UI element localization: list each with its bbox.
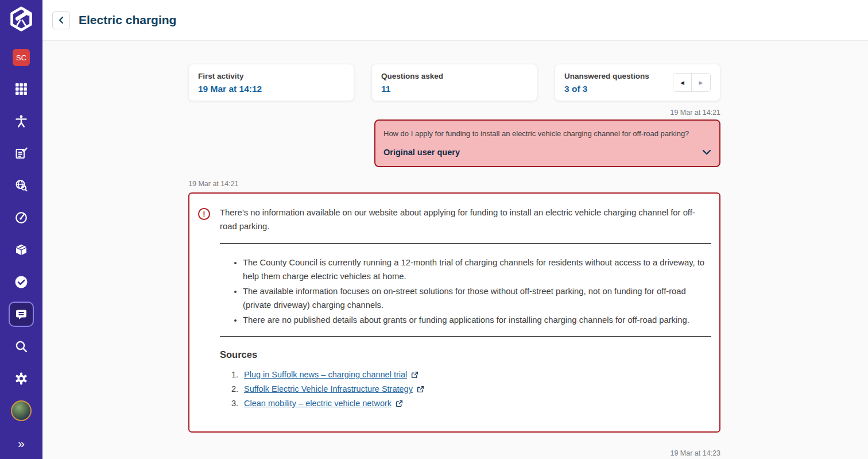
- answer-bullet: The County Council is currently running …: [243, 256, 711, 283]
- sidebar-item-check-circle[interactable]: [0, 266, 42, 298]
- warning-icon: !: [198, 208, 210, 220]
- double-chevron-right-icon: »: [18, 437, 25, 449]
- content-area: First activity 19 Mar at 14:12 Questions…: [42, 41, 868, 459]
- original-query-toggle[interactable]: Original user query: [383, 148, 711, 157]
- sidebar-item-gauge[interactable]: [0, 202, 42, 234]
- sidebar-item-settings[interactable]: [0, 362, 42, 395]
- external-link-icon: [417, 385, 424, 393]
- source-number: 3.: [231, 399, 244, 408]
- apps-grid-icon: [16, 83, 27, 95]
- search-icon: [14, 340, 28, 353]
- gear-icon: [14, 372, 28, 385]
- answer-intro-text: There’s no information available on our …: [220, 206, 711, 234]
- source-number: 2.: [231, 384, 244, 394]
- triangle-left-icon: ◀: [680, 80, 684, 86]
- source-item: 3. Clean mobility – electric vehicle net…: [231, 399, 711, 408]
- chat-icon: [14, 307, 28, 321]
- pager-prev-button[interactable]: ◀: [673, 74, 692, 91]
- answer-bullet: The available information focuses on on-…: [243, 284, 711, 312]
- user-query-card: How do I apply for funding to install an…: [374, 119, 720, 167]
- answer-card: ! There’s no information available on ou…: [188, 192, 720, 433]
- sidebar-item-form-check[interactable]: [0, 137, 42, 169]
- divider: [220, 336, 711, 337]
- chevron-left-icon: [57, 16, 65, 24]
- sidebar: SC: [0, 0, 42, 459]
- answer-timestamp: 19 Mar at 14:21: [188, 180, 720, 188]
- web-search-icon: [14, 179, 28, 192]
- external-link-icon: [411, 371, 418, 379]
- stat-card-first-activity: First activity 19 Mar at 14:12: [188, 64, 354, 101]
- stat-value: 11: [381, 84, 443, 94]
- form-check-icon: [14, 146, 28, 160]
- divider: [220, 243, 711, 244]
- answer-bullet: There are no published details about gra…: [243, 313, 711, 327]
- sidebar-item-accessibility[interactable]: [0, 105, 42, 137]
- stat-label: Unanswered questions: [564, 72, 649, 80]
- source-item: 2. Suffolk Electric Vehicle Infrastructu…: [231, 384, 711, 394]
- sources-list: 1. Plug in Suffolk news – charging chann…: [198, 370, 711, 408]
- original-query-label: Original user query: [383, 148, 460, 157]
- chat-selected-highlight: [9, 302, 34, 327]
- source-link[interactable]: Plug in Suffolk news – charging channel …: [244, 370, 407, 379]
- sidebar-item-web-search[interactable]: [0, 169, 42, 202]
- stats-row: First activity 19 Mar at 14:12 Questions…: [188, 64, 720, 101]
- sources-heading: Sources: [220, 349, 711, 360]
- unanswered-pager: ◀ ▶: [673, 73, 711, 92]
- source-item: 1. Plug in Suffolk news – charging chann…: [231, 370, 711, 379]
- sidebar-expand-button[interactable]: »: [0, 427, 42, 459]
- workspace-badge[interactable]: SC: [13, 49, 30, 66]
- sidebar-nav: »: [0, 73, 42, 459]
- stat-value: 19 Mar at 14:12: [198, 84, 262, 94]
- question-timestamp: 19 Mar at 14:21: [188, 109, 720, 117]
- answer-intro-row: ! There’s no information available on ou…: [198, 206, 711, 234]
- source-link[interactable]: Suffolk Electric Vehicle Infrastructure …: [244, 384, 413, 394]
- source-link[interactable]: Clean mobility – electric vehicle networ…: [244, 399, 392, 408]
- gauge-icon: [14, 211, 28, 225]
- chevron-down-icon: [702, 149, 711, 155]
- stat-label: First activity: [198, 72, 262, 80]
- page-header: Electric charging: [42, 0, 868, 41]
- user-query-text: How do I apply for funding to install an…: [383, 129, 711, 138]
- accessibility-icon: [14, 114, 28, 128]
- sidebar-item-package[interactable]: [0, 234, 42, 266]
- sidebar-item-apps[interactable]: [0, 73, 42, 105]
- external-link-icon: [396, 400, 403, 407]
- telescope-logo-icon: [9, 6, 34, 32]
- stat-card-unanswered-questions: Unanswered questions 3 of 3 ◀ ▶: [555, 64, 720, 101]
- answer-bullet-list: The County Council is currently running …: [198, 256, 711, 327]
- back-button[interactable]: [52, 11, 70, 29]
- sidebar-item-chat[interactable]: [0, 298, 42, 330]
- next-message-timestamp: 19 Mar at 14:23: [188, 449, 720, 457]
- user-avatar: [11, 400, 32, 421]
- sidebar-item-search[interactable]: [0, 330, 42, 362]
- page-title: Electric charging: [79, 13, 176, 27]
- source-number: 1.: [231, 370, 244, 379]
- package-icon: [14, 243, 28, 257]
- stat-card-questions-asked: Questions asked 11: [371, 64, 537, 101]
- triangle-right-icon: ▶: [699, 80, 703, 86]
- pager-next-button[interactable]: ▶: [692, 74, 710, 91]
- stat-label: Questions asked: [381, 72, 443, 80]
- sidebar-item-profile[interactable]: [0, 395, 42, 427]
- check-circle-icon: [14, 275, 28, 289]
- main-area: Electric charging First activity 19 Mar …: [42, 0, 868, 459]
- stat-value: 3 of 3: [564, 84, 649, 94]
